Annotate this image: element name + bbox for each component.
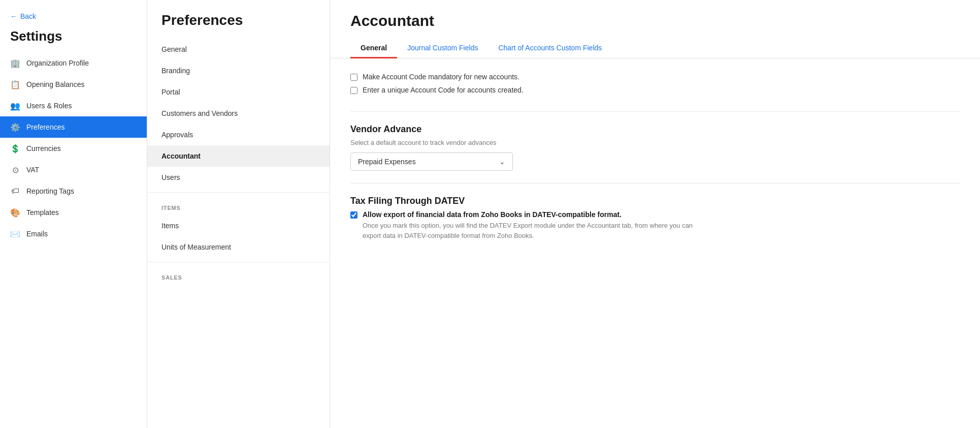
vendor-advance-section: Vendor Advance Select a default account … (350, 124, 960, 184)
opening-balances-icon: 📋 (10, 79, 20, 89)
middle-nav-users[interactable]: Users (147, 167, 330, 188)
unique-account-code-label: Enter a unique Account Code for accounts… (363, 86, 524, 94)
sidebar-item-users-roles[interactable]: 👥 Users & Roles (0, 95, 147, 116)
sidebar-label-emails: Emails (26, 230, 48, 238)
datev-title: Tax Filing Through DATEV (350, 196, 960, 206)
datev-description: Once you mark this option, you will find… (363, 221, 708, 240)
sidebar-item-vat[interactable]: ⊙ VAT (0, 159, 147, 180)
settings-title: Settings (0, 26, 147, 52)
middle-column: Preferences GeneralBrandingPortalCustome… (147, 0, 330, 428)
datev-label-block: Allow export of financial data from Zoho… (363, 210, 708, 240)
chevron-down-icon: ⌄ (499, 158, 505, 166)
tab-chart-custom-fields[interactable]: Chart of Accounts Custom Fields (488, 38, 612, 58)
items-nav-units[interactable]: Units of Measurement (147, 236, 330, 258)
left-sidebar: ← Back Settings 🏢 Organization Profile 📋… (0, 0, 147, 428)
items-nav-items[interactable]: Items (147, 215, 330, 236)
dropdown-value: Prepaid Expenses (358, 158, 416, 166)
sidebar-item-reporting-tags[interactable]: 🏷 Reporting Tags (0, 180, 147, 202)
divider (147, 192, 330, 193)
vendor-advance-desc: Select a default account to track vendor… (350, 139, 960, 146)
middle-nav-branding[interactable]: Branding (147, 60, 330, 81)
items-section-label: ITEMS (147, 197, 330, 215)
middle-nav-general[interactable]: General (147, 39, 330, 60)
sidebar-label-currencies: Currencies (26, 144, 61, 152)
middle-nav: GeneralBrandingPortalCustomers and Vendo… (147, 39, 330, 188)
sidebar-item-currencies[interactable]: 💲 Currencies (0, 138, 147, 159)
sidebar-label-preferences: Preferences (26, 123, 64, 131)
preferences-header: Preferences (147, 0, 330, 39)
unique-account-code-checkbox[interactable] (350, 87, 357, 94)
datev-label: Allow export of financial data from Zoho… (363, 210, 708, 219)
sidebar-label-vat: VAT (26, 166, 39, 174)
templates-icon: 🎨 (10, 207, 20, 218)
tab-journal-custom-fields[interactable]: Journal Custom Fields (397, 38, 488, 58)
back-arrow-icon: ← (10, 12, 17, 20)
checkbox-row-account-code-mandatory: Make Account Code mandatory for new acco… (350, 73, 960, 81)
sidebar-label-opening-balances: Opening Balances (26, 80, 84, 88)
back-label: Back (20, 12, 36, 20)
sidebar-label-org-profile: Organization Profile (26, 59, 89, 67)
tab-general[interactable]: General (350, 38, 397, 58)
sidebar-label-templates: Templates (26, 208, 59, 217)
preferences-icon: ⚙️ (10, 122, 20, 132)
reporting-tags-icon: 🏷 (10, 186, 20, 196)
vendor-advance-dropdown[interactable]: Prepaid Expenses ⌄ (350, 152, 513, 171)
middle-nav-approvals[interactable]: Approvals (147, 124, 330, 145)
sidebar-item-org-profile[interactable]: 🏢 Organization Profile (0, 52, 147, 74)
datev-section: Tax Filing Through DATEV Allow export of… (350, 196, 960, 258)
sidebar-item-templates[interactable]: 🎨 Templates (0, 202, 147, 223)
users-roles-icon: 👥 (10, 101, 20, 111)
main-body: Make Account Code mandatory for new acco… (330, 58, 980, 284)
middle-nav-accountant[interactable]: Accountant (147, 145, 330, 167)
account-code-mandatory-checkbox[interactable] (350, 74, 357, 81)
sales-section-label: SALES (147, 266, 330, 285)
main-header: Accountant (330, 0, 980, 29)
checkbox-row-unique-account-code: Enter a unique Account Code for accounts… (350, 86, 960, 94)
tabs-container: GeneralJournal Custom FieldsChart of Acc… (350, 38, 612, 58)
datev-checkbox[interactable] (350, 211, 357, 219)
tabs-bar: GeneralJournal Custom FieldsChart of Acc… (330, 38, 980, 58)
account-code-section: Make Account Code mandatory for new acco… (350, 73, 960, 112)
sidebar-item-emails[interactable]: ✉️ Emails (0, 223, 147, 244)
vendor-advance-title: Vendor Advance (350, 124, 960, 135)
currencies-icon: 💲 (10, 143, 20, 154)
sidebar-item-opening-balances[interactable]: 📋 Opening Balances (0, 74, 147, 95)
back-link[interactable]: ← Back (0, 8, 147, 26)
emails-icon: ✉️ (10, 229, 20, 239)
org-profile-icon: 🏢 (10, 58, 20, 68)
vat-icon: ⊙ (10, 165, 20, 175)
middle-nav-customers-vendors[interactable]: Customers and Vendors (147, 103, 330, 124)
account-code-mandatory-label: Make Account Code mandatory for new acco… (363, 73, 519, 81)
items-nav: ItemsUnits of Measurement (147, 215, 330, 258)
main-content: Accountant GeneralJournal Custom FieldsC… (330, 0, 980, 428)
left-nav: 🏢 Organization Profile 📋 Opening Balance… (0, 52, 147, 244)
datev-checkbox-row: Allow export of financial data from Zoho… (350, 210, 960, 240)
checkboxes-container: Make Account Code mandatory for new acco… (350, 73, 960, 94)
sidebar-label-users-roles: Users & Roles (26, 102, 72, 110)
middle-nav-portal[interactable]: Portal (147, 81, 330, 103)
divider2 (147, 262, 330, 262)
sidebar-label-reporting-tags: Reporting Tags (26, 187, 74, 195)
sidebar-item-preferences[interactable]: ⚙️ Preferences (0, 116, 147, 138)
